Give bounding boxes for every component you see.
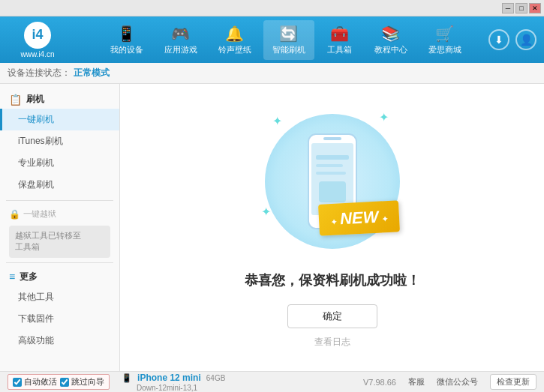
close-button[interactable]: ✕: [529, 3, 541, 13]
title-bar: ─ □ ✕: [0, 0, 544, 16]
service-link[interactable]: 客服: [408, 376, 425, 388]
nav-item-apps-games[interactable]: 🎮 应用游戏: [155, 20, 206, 60]
skip-guide-checkbox-item: 跳过向导: [60, 376, 104, 388]
auto-start-checkbox[interactable]: [13, 378, 22, 387]
logo-area[interactable]: i4 www.i4.cn: [8, 22, 68, 58]
sidebar-section-jailbreak: 🔒 一键越狱: [0, 205, 119, 223]
nav-icon-ringtones: 🔔: [225, 25, 244, 43]
nav-label-apps-games: 应用游戏: [164, 44, 197, 55]
nav-icon-smart-flash: 🔄: [279, 25, 298, 43]
bottom-bar: 自动敛活 跳过向导 📱 iPhone 12 mini 64GB Down-12m…: [0, 371, 544, 392]
bottom-left: 自动敛活 跳过向导 📱 iPhone 12 mini 64GB Down-12m…: [8, 373, 225, 392]
logo-icon: i4: [24, 22, 51, 49]
device-version: Down-12mini-13,1: [137, 384, 197, 392]
nav-label-mall: 爱思商城: [428, 44, 461, 55]
sparkle-2: ✦: [379, 110, 389, 124]
sidebar-item-save-flash[interactable]: 保盘刷机: [0, 174, 119, 196]
bottom-right: V7.98.66 客服 微信公众号 检查更新: [363, 374, 536, 390]
auto-start-checkbox-item: 自动敛活: [13, 376, 57, 388]
status-label: 设备连接状态：: [8, 67, 71, 79]
sparkle-3: ✦: [261, 205, 271, 219]
main-layout: 📋 刷机 一键刷机 iTunes刷机 专业刷机 保盘刷机 🔒 一键越狱 越狱工具…: [0, 84, 544, 371]
nav-label-ringtones: 铃声壁纸: [218, 44, 251, 55]
status-bar: 设备连接状态： 正常模式: [0, 63, 544, 84]
skip-guide-checkbox[interactable]: [60, 378, 69, 387]
update-button[interactable]: 检查更新: [490, 374, 536, 390]
more-section-label: 更多: [20, 271, 38, 283]
sparkle-1: ✦: [272, 114, 282, 128]
svg-rect-6: [316, 172, 346, 175]
view-log-link[interactable]: 查看日志: [314, 336, 350, 349]
nav-icon-toolbox: 🧰: [330, 25, 349, 43]
content-area: NEW ✦ ✦ ✦ 恭喜您，保资料刷机成功啦！ 确定 查看日志: [120, 84, 544, 371]
nav-item-my-device[interactable]: 📱 我的设备: [101, 20, 152, 60]
svg-rect-4: [316, 155, 349, 160]
header: i4 www.i4.cn 📱 我的设备 🎮 应用游戏 🔔 铃声壁纸 🔄 智能刷机…: [0, 16, 544, 63]
flash-section-icon: 📋: [9, 94, 22, 106]
confirm-button[interactable]: 确定: [287, 304, 377, 328]
sidebar-section-more: ≡ 更多: [0, 268, 119, 286]
nav-label-smart-flash: 智能刷机: [272, 44, 305, 55]
sidebar-section-flash: 📋 刷机: [0, 90, 119, 109]
svg-rect-7: [319, 181, 346, 202]
sidebar-divider-2: [6, 262, 113, 263]
sidebar-item-itunes-flash[interactable]: iTunes刷机: [0, 130, 119, 152]
sidebar-item-advanced[interactable]: 高级功能: [0, 330, 119, 352]
nav-icon-apps-games: 🎮: [171, 25, 190, 43]
nav-label-toolbox: 工具箱: [327, 44, 352, 55]
status-value: 正常模式: [74, 67, 110, 79]
header-right: ⬇ 👤: [488, 29, 536, 50]
sidebar-item-other-tools[interactable]: 其他工具: [0, 286, 119, 308]
nav-item-smart-flash[interactable]: 🔄 智能刷机: [263, 20, 314, 60]
skip-guide-label: 跳过向导: [71, 376, 104, 388]
logo-text: www.i4.cn: [20, 50, 54, 58]
nav-item-toolbox[interactable]: 🧰 工具箱: [317, 20, 362, 60]
new-badge: NEW: [318, 200, 400, 236]
minimize-button[interactable]: ─: [502, 3, 514, 13]
illustration: NEW ✦ ✦ ✦: [257, 106, 407, 256]
flash-section-label: 刷机: [26, 93, 44, 106]
lock-icon: 🔒: [9, 209, 20, 220]
nav-icon-mall: 🛒: [435, 25, 454, 43]
nav-label-my-device: 我的设备: [110, 44, 143, 55]
jailbreak-label: 一键越狱: [23, 208, 56, 220]
title-bar-buttons: ─ □ ✕: [502, 3, 541, 13]
more-section-icon: ≡: [9, 271, 15, 283]
device-storage: 64GB: [206, 374, 226, 382]
nav-item-ringtones[interactable]: 🔔 铃声壁纸: [209, 20, 260, 60]
success-message: 恭喜您，保资料刷机成功啦！: [245, 271, 420, 289]
download-button[interactable]: ⬇: [488, 29, 509, 50]
user-button[interactable]: 👤: [515, 29, 536, 50]
nav-item-mall[interactable]: 🛒 爱思商城: [419, 20, 470, 60]
device-info: 📱 iPhone 12 mini 64GB Down-12mini-13,1: [122, 373, 225, 392]
wechat-link[interactable]: 微信公众号: [437, 376, 478, 388]
sidebar-item-download-firmware[interactable]: 下载固件: [0, 308, 119, 330]
jailbreak-note: 越狱工具已转移至工具箱: [9, 226, 110, 258]
device-name: iPhone 12 mini: [137, 373, 201, 383]
nav-icon-my-device: 📱: [117, 25, 136, 43]
nav-item-tutorials[interactable]: 📚 教程中心: [365, 20, 416, 60]
nav-icon-tutorials: 📚: [381, 25, 400, 43]
svg-rect-5: [316, 164, 343, 167]
nav-bar: 📱 我的设备 🎮 应用游戏 🔔 铃声壁纸 🔄 智能刷机 🧰 工具箱 📚 教程中心…: [83, 20, 488, 60]
sidebar-item-pro-flash[interactable]: 专业刷机: [0, 152, 119, 174]
maximize-button[interactable]: □: [515, 3, 527, 13]
version-text: V7.98.66: [363, 378, 396, 387]
svg-rect-2: [323, 137, 341, 140]
auto-start-label: 自动敛活: [24, 376, 57, 388]
device-phone-icon: 📱: [122, 373, 132, 382]
sidebar: 📋 刷机 一键刷机 iTunes刷机 专业刷机 保盘刷机 🔒 一键越狱 越狱工具…: [0, 84, 120, 371]
sidebar-divider-1: [6, 200, 113, 201]
checkbox-area: 自动敛活 跳过向导: [8, 374, 110, 390]
nav-label-tutorials: 教程中心: [374, 44, 407, 55]
sidebar-item-one-click-flash[interactable]: 一键刷机: [0, 109, 119, 130]
